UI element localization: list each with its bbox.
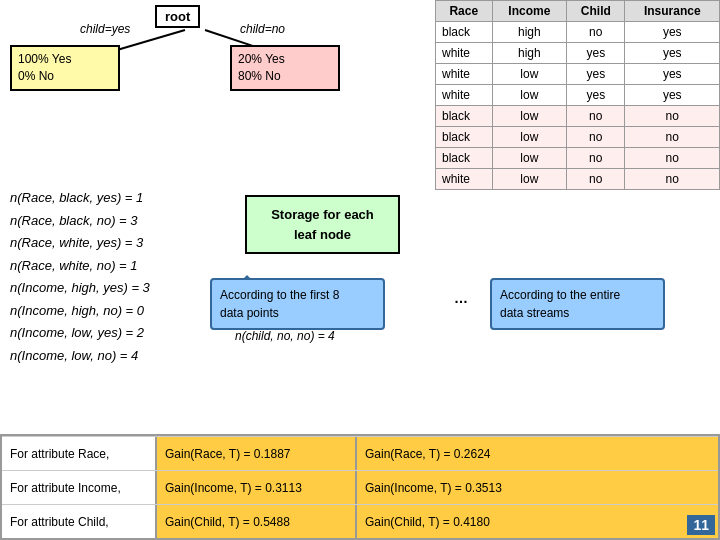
stat-2: n(Race, white, yes) = 3 [10, 233, 235, 253]
table-cell: yes [625, 85, 720, 106]
gain-row: For attribute Child,Gain(Child, T) = 0.5… [2, 504, 718, 538]
table-cell: no [625, 169, 720, 190]
gain-right-value: Gain(Child, T) = 0.4180 [357, 505, 718, 538]
table-row: blacklownono [436, 106, 720, 127]
col-child: Child [567, 1, 625, 22]
table-cell: no [567, 22, 625, 43]
table-cell: low [492, 64, 567, 85]
table-cell: low [492, 85, 567, 106]
stats-left-area: n(Race, black, yes) = 1 n(Race, black, n… [0, 185, 235, 368]
stat-1: n(Race, black, no) = 3 [10, 211, 235, 231]
tooltip-entire-line2: data streams [500, 304, 655, 322]
tree-area: root child=yes child=no 100% Yes 0% No 2… [0, 0, 430, 180]
gain-left-value: Gain(Child, T) = 0.5488 [157, 505, 357, 538]
table-row: whitelowyesyes [436, 85, 720, 106]
gain-left-value: Gain(Income, T) = 0.3113 [157, 471, 357, 504]
leaf-yes-line1: 100% Yes [18, 51, 112, 68]
table-cell: high [492, 43, 567, 64]
tooltip-first8: According to the first 8 data points [210, 278, 385, 330]
tooltip-first8-line2: data points [220, 304, 375, 322]
table-row: whitehighyesyes [436, 43, 720, 64]
table-row: blacklownono [436, 148, 720, 169]
leaf-yes-line2: 0% No [18, 68, 112, 85]
rstat-2: n(child, no, no) = 4 [235, 329, 475, 343]
stat-4: n(Income, high, yes) = 3 [10, 278, 235, 298]
table-row: whitelowyesyes [436, 64, 720, 85]
stat-3: n(Race, white, no) = 1 [10, 256, 235, 276]
tooltip-first8-line1: According to the first 8 [220, 286, 375, 304]
table-cell: no [567, 127, 625, 148]
gain-row: For attribute Race,Gain(Race, T) = 0.188… [2, 436, 718, 470]
table-cell: yes [625, 22, 720, 43]
stat-5: n(Income, high, no) = 0 [10, 301, 235, 321]
stat-6: n(Income, low, yes) = 2 [10, 323, 235, 343]
table-cell: black [436, 22, 493, 43]
table-cell: no [625, 106, 720, 127]
gain-right-value: Gain(Income, T) = 0.3513 [357, 471, 718, 504]
col-income: Income [492, 1, 567, 22]
table-cell: yes [567, 64, 625, 85]
leaf-no-line2: 80% No [238, 68, 332, 85]
tooltip-entire-line1: According to the entire [500, 286, 655, 304]
table-cell: black [436, 106, 493, 127]
table-row: blackhighnoyes [436, 22, 720, 43]
stat-7: n(Income, low, no) = 4 [10, 346, 235, 366]
table-cell: yes [625, 64, 720, 85]
table-cell: high [492, 22, 567, 43]
page-number: 11 [687, 515, 715, 535]
table-cell: no [567, 106, 625, 127]
table-cell: no [625, 148, 720, 169]
gain-left-value: Gain(Race, T) = 0.1887 [157, 437, 357, 470]
table-cell: yes [567, 43, 625, 64]
gain-right-value: Gain(Race, T) = 0.2624 [357, 437, 718, 470]
leaf-no-node: 20% Yes 80% No [230, 45, 340, 91]
storage-box: Storage for each leaf node [245, 195, 400, 254]
table-cell: low [492, 127, 567, 148]
table-cell: low [492, 148, 567, 169]
table-cell: no [567, 169, 625, 190]
storage-line2: leaf node [257, 225, 388, 245]
gain-attr-label: For attribute Race, [2, 437, 157, 470]
col-race: Race [436, 1, 493, 22]
stat-0: n(Race, black, yes) = 1 [10, 188, 235, 208]
gain-row: For attribute Income,Gain(Income, T) = 0… [2, 470, 718, 504]
tooltip-entire: According to the entire data streams [490, 278, 665, 330]
table-cell: white [436, 85, 493, 106]
table-cell: no [625, 127, 720, 148]
table-cell: black [436, 127, 493, 148]
table-cell: low [492, 169, 567, 190]
gain-attr-label: For attribute Child, [2, 505, 157, 538]
table-cell: white [436, 64, 493, 85]
storage-line1: Storage for each [257, 205, 388, 225]
col-insurance: Insurance [625, 1, 720, 22]
child-no-label: child=no [240, 22, 285, 36]
table-cell: black [436, 148, 493, 169]
gain-attr-label: For attribute Income, [2, 471, 157, 504]
table-row: whitelownono [436, 169, 720, 190]
leaf-yes-node: 100% Yes 0% No [10, 45, 120, 91]
root-label: root [165, 9, 190, 24]
table-cell: yes [567, 85, 625, 106]
table-cell: white [436, 43, 493, 64]
leaf-no-line1: 20% Yes [238, 51, 332, 68]
child-yes-label: child=yes [80, 22, 130, 36]
ellipsis: … [454, 290, 468, 306]
table-cell: yes [625, 43, 720, 64]
root-node: root [155, 5, 200, 28]
table-row: blacklownono [436, 127, 720, 148]
table-cell: low [492, 106, 567, 127]
table-cell: white [436, 169, 493, 190]
table-cell: no [567, 148, 625, 169]
gain-section: For attribute Race,Gain(Race, T) = 0.188… [0, 434, 720, 540]
data-table: Race Income Child Insurance blackhighnoy… [435, 0, 720, 190]
